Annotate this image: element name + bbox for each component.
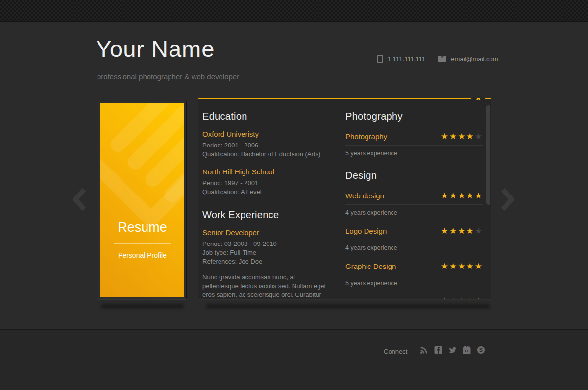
svg-text:S: S	[479, 347, 483, 353]
star-icon: ★	[458, 191, 466, 200]
rss-icon[interactable]	[420, 346, 428, 354]
star-icon: ★	[475, 132, 483, 141]
education-column: Education Oxford Univeristy Period: 2001…	[202, 98, 331, 300]
education-qualification: Qualification: A Level	[202, 188, 331, 196]
connect-label: Connect	[384, 348, 407, 355]
star-rating: ★★★★★	[441, 227, 483, 235]
education-period: Period: 1997 - 2001	[202, 179, 331, 188]
star-icon: ★	[458, 297, 466, 300]
skill-item: Graphic Design ★★★★★ 5 years experience	[345, 261, 483, 287]
star-icon: ★	[458, 226, 466, 236]
education-qualification: Qualification: Bachelor of Eductaion (Ar…	[202, 150, 331, 159]
skill-item: Logo Design ★★★★★ 4 years experience	[345, 225, 483, 251]
skill-item: Web design ★★★★★ 4 years experience	[345, 190, 483, 216]
work-heading: Work Experience	[202, 209, 331, 220]
panel-scrollbar-thumb[interactable]	[486, 105, 490, 205]
star-icon: ★	[441, 226, 449, 236]
skill-link[interactable]: Graphic Design	[345, 262, 396, 270]
footer: Connect	[0, 329, 588, 390]
star-icon: ★	[449, 226, 458, 236]
twitter-icon[interactable]	[448, 346, 457, 354]
phone-contact: 1.111.111.111	[377, 55, 425, 63]
skill-link[interactable]: Logo Design	[345, 227, 387, 235]
carousel-prev-button[interactable]	[73, 188, 86, 211]
skill-link[interactable]: Web design	[345, 192, 384, 200]
card-divider	[114, 243, 171, 244]
skill-link[interactable]: Photography	[345, 132, 387, 141]
carousel-next-button[interactable]	[501, 188, 514, 211]
skill-link[interactable]: Print Design	[345, 297, 386, 300]
education-heading: Education	[202, 111, 331, 122]
star-icon: ★	[449, 262, 458, 271]
star-icon: ★	[475, 262, 483, 271]
page: Your Name professional photographer & we…	[0, 0, 588, 390]
star-icon: ★	[475, 226, 483, 236]
skills-section-heading: Design	[345, 170, 483, 181]
skills-column: Photography Photography ★★★★★ 5 years ex…	[345, 98, 483, 300]
panel-drop-shadow	[206, 304, 490, 308]
star-icon: ★	[466, 297, 475, 300]
star-icon: ★	[449, 297, 458, 300]
page-title: Your Name	[96, 35, 215, 62]
skype-icon[interactable]: S	[477, 346, 485, 354]
email-address: email@mail.com	[451, 55, 498, 63]
work-job-type: Job type: Full-Time	[202, 248, 331, 257]
skills-section-heading: Photography	[345, 111, 483, 122]
googleplus-icon[interactable]: +1	[463, 346, 471, 354]
facebook-icon[interactable]	[434, 346, 442, 354]
page-tagline: professional photographer & web develope…	[97, 73, 239, 81]
social-links: +1 S	[420, 346, 485, 354]
resume-card-face: Resume Personal Profile	[100, 103, 184, 297]
phone-number: 1.111.111.111	[388, 55, 425, 63]
skill-experience: 4 years experience	[345, 244, 483, 251]
star-icon: ★	[441, 191, 449, 200]
star-icon: ★	[475, 297, 483, 300]
card-subtitle: Personal Profile	[100, 251, 184, 259]
skill-divider	[345, 204, 483, 205]
work-entry: Senior Developer Period: 03-2008 - 09-20…	[202, 228, 331, 300]
star-icon: ★	[466, 226, 475, 236]
star-icon: ★	[449, 132, 458, 141]
chevron-left-icon	[73, 188, 86, 211]
carbon-texture-strip	[0, 0, 588, 22]
star-rating: ★★★★★	[441, 297, 483, 300]
contact-info: 1.111.111.111 email@mail.com	[377, 55, 498, 63]
phone-icon	[377, 55, 383, 63]
skill-divider	[345, 275, 483, 275]
work-description: Nunc gravida accumsan nunc, at pellentes…	[202, 273, 331, 300]
skill-divider	[345, 145, 483, 146]
star-icon: ★	[449, 191, 458, 200]
education-entry: North Hill High School Period: 1997 - 20…	[202, 168, 331, 196]
chevron-right-icon	[501, 188, 514, 211]
job-title-link[interactable]: Senior Developer	[202, 228, 259, 237]
star-icon: ★	[441, 262, 449, 271]
star-icon: ★	[441, 132, 449, 141]
education-period: Period: 2001 - 2006	[202, 141, 331, 150]
star-rating: ★★★★★	[441, 132, 483, 141]
education-entry: Oxford Univeristy Period: 2001 - 2006 Qu…	[202, 130, 331, 159]
panel-top-accent-dash	[485, 98, 491, 99]
card-title: Resume	[100, 220, 184, 235]
svg-text:+1: +1	[465, 349, 469, 353]
skill-divider	[345, 240, 483, 240]
star-icon: ★	[466, 262, 475, 271]
school-link[interactable]: Oxford Univeristy	[202, 130, 259, 138]
star-icon: ★	[441, 297, 449, 300]
star-icon: ★	[458, 262, 466, 271]
star-rating: ★★★★★	[441, 192, 483, 200]
star-icon: ★	[475, 191, 483, 200]
work-references: References: Joe Doe	[202, 257, 331, 266]
footer-divider	[415, 340, 415, 362]
school-link[interactable]: North Hill High School	[202, 168, 274, 176]
star-icon: ★	[466, 191, 475, 200]
envelope-icon	[438, 56, 446, 62]
star-icon: ★	[458, 132, 466, 141]
skill-experience: 5 years experience	[345, 280, 483, 287]
work-period: Period: 03-2008 - 09-2010	[202, 240, 331, 248]
resume-slide-card[interactable]: Resume Personal Profile	[98, 101, 187, 299]
skill-experience: 5 years experience	[345, 150, 483, 157]
resume-detail-panel: ✖ Education Oxford Univeristy Period: 20…	[198, 98, 491, 300]
card-drop-shadow	[101, 304, 184, 308]
document-lines-icon	[100, 103, 184, 231]
star-icon: ★	[466, 132, 475, 141]
